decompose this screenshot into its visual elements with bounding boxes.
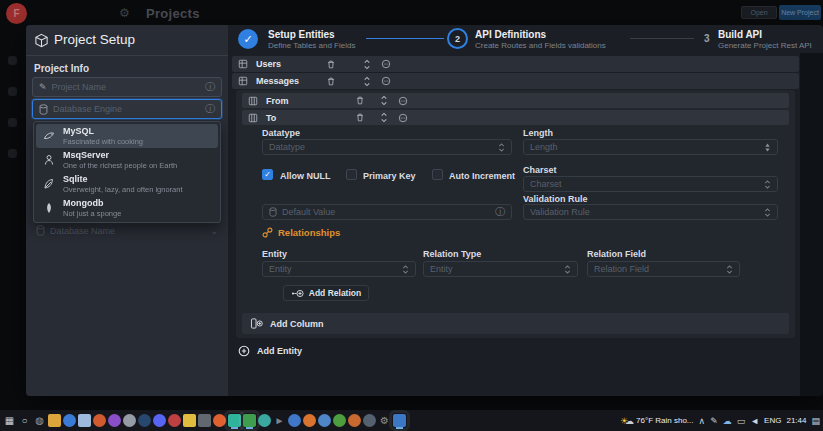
more-options-icon[interactable] xyxy=(398,96,408,106)
validation-rule-select[interactable]: Validation Rule xyxy=(523,204,778,220)
action-center-icon[interactable]: ▤ xyxy=(811,416,820,426)
app-icon-13[interactable]: ► xyxy=(273,414,286,427)
more-options-icon[interactable] xyxy=(398,113,408,123)
app-icon-9[interactable] xyxy=(183,414,196,427)
gear-icon[interactable]: ⚙ xyxy=(119,6,130,20)
app-icon-8[interactable] xyxy=(168,414,181,427)
search-icon[interactable]: ○ xyxy=(18,414,31,427)
step-3-number[interactable]: 3 xyxy=(704,33,710,44)
avatar[interactable]: F xyxy=(6,3,27,24)
app-icon-2[interactable] xyxy=(78,414,91,427)
auto-increment-checkbox[interactable] xyxy=(432,169,443,180)
file-explorer-icon[interactable] xyxy=(48,414,61,427)
allow-null-checkbox[interactable]: ✓ xyxy=(262,169,273,180)
sort-icon[interactable] xyxy=(363,59,371,70)
database-engine-field[interactable]: ⓘ xyxy=(32,99,222,119)
sort-icon[interactable] xyxy=(363,76,371,87)
number-spinner-icon[interactable] xyxy=(764,142,771,153)
engine-option-mysql[interactable]: MySQL Fascinated with cooking xyxy=(36,124,218,148)
modal-title: Project Setup xyxy=(54,32,135,47)
database-name-select[interactable]: Database Name ⌄ xyxy=(36,225,218,236)
app-icon-17[interactable] xyxy=(333,414,346,427)
add-relation-label: Add Relation xyxy=(309,288,361,298)
language-indicator[interactable]: ENG xyxy=(764,416,781,425)
pen-icon[interactable]: ✎ xyxy=(710,416,718,426)
more-options-icon[interactable] xyxy=(381,76,391,86)
trash-icon[interactable] xyxy=(355,112,365,123)
engine-option-mongodb[interactable]: Mongodb Not just a sponge xyxy=(36,196,218,220)
cortana-icon[interactable]: ◍ xyxy=(33,414,46,427)
onedrive-cloud-icon[interactable]: ☁ xyxy=(723,416,732,426)
app-icon-16[interactable] xyxy=(318,414,331,427)
primary-key-checkbox[interactable] xyxy=(346,169,357,180)
app-icon-11[interactable] xyxy=(213,414,226,427)
step-1-circle[interactable]: ✓ xyxy=(238,29,258,49)
relation-type-select[interactable]: Entity xyxy=(423,261,578,277)
database-icon xyxy=(269,207,277,217)
app-icon-12[interactable] xyxy=(258,414,271,427)
sort-icon[interactable] xyxy=(380,112,388,123)
charset-select[interactable]: Charset xyxy=(523,176,778,192)
datatype-select[interactable]: Datatype xyxy=(262,139,512,155)
entity-row-messages[interactable]: Messages xyxy=(232,73,799,89)
trash-icon[interactable] xyxy=(326,76,336,87)
new-project-button[interactable]: New Project xyxy=(779,5,821,20)
entity-name: Messages xyxy=(256,76,793,86)
entity-row-users[interactable]: Users xyxy=(232,56,799,72)
app-icon-6[interactable] xyxy=(138,414,151,427)
trash-icon[interactable] xyxy=(326,59,336,70)
entity-select[interactable]: Entity xyxy=(262,261,416,277)
app-icon-1[interactable] xyxy=(63,414,76,427)
rail-icon-3[interactable] xyxy=(8,118,17,127)
rail-icon-4[interactable] xyxy=(8,149,17,158)
app-icon-14[interactable] xyxy=(288,414,301,427)
sort-icon[interactable] xyxy=(380,95,388,106)
engine-option-sqlite[interactable]: Sqlite Overweight, lazy, and often ignor… xyxy=(36,172,218,196)
display-icon[interactable]: ▭ xyxy=(737,416,746,426)
app-icon-7[interactable] xyxy=(153,414,166,427)
app-icon-3[interactable] xyxy=(93,414,106,427)
info-icon[interactable]: ⓘ xyxy=(205,82,215,92)
rail-icon-1[interactable] xyxy=(8,56,17,65)
app-icon-10[interactable] xyxy=(198,414,211,427)
project-name-field[interactable]: ✎ ⓘ xyxy=(32,77,222,97)
app-icon-active-teal[interactable] xyxy=(228,414,241,427)
chevron-up-icon[interactable]: ∧ xyxy=(699,416,706,426)
relation-field-select[interactable]: Relation Field xyxy=(587,261,740,277)
open-button-label: Open xyxy=(750,9,767,16)
database-engine-input[interactable] xyxy=(53,104,200,114)
datatype-label: Datatype xyxy=(262,128,300,138)
app-icon-5[interactable] xyxy=(123,414,136,427)
add-relation-button[interactable]: Add Relation xyxy=(283,285,369,301)
app-icon-15[interactable] xyxy=(303,414,316,427)
field-row-to[interactable]: To xyxy=(242,110,789,125)
select-chevrons-icon xyxy=(564,264,571,275)
app-icon-19[interactable] xyxy=(363,414,376,427)
photos-icon[interactable] xyxy=(393,414,406,427)
engine-desc: Overweight, lazy, and often ignorant xyxy=(63,185,183,194)
volume-icon[interactable]: ◄ xyxy=(750,416,759,426)
info-icon[interactable]: ⓘ xyxy=(495,207,505,217)
avatar-initial: F xyxy=(13,8,19,19)
app-icon-18[interactable] xyxy=(348,414,361,427)
rail-icon-2[interactable] xyxy=(8,87,17,96)
length-input[interactable]: Length xyxy=(523,139,778,155)
add-column-button[interactable]: Add Column xyxy=(242,313,789,334)
info-icon[interactable]: ⓘ xyxy=(205,104,215,114)
more-options-icon[interactable] xyxy=(381,59,391,69)
field-row-from[interactable]: From xyxy=(242,93,789,108)
app-icon-4[interactable] xyxy=(108,414,121,427)
trash-icon[interactable] xyxy=(355,95,365,106)
open-button[interactable]: Open xyxy=(741,6,777,19)
add-entity-button[interactable]: Add Entity xyxy=(238,345,302,357)
select-chevrons-icon xyxy=(764,179,771,190)
project-name-input[interactable] xyxy=(52,82,200,92)
app-icon-active-green[interactable] xyxy=(243,414,256,427)
engine-option-msqserver[interactable]: MsqServer One of the richest people on E… xyxy=(36,148,218,172)
start-icon[interactable]: ▦ xyxy=(3,414,16,427)
weather-widget[interactable]: ☀☁ 76°F Rain sho... xyxy=(620,416,694,426)
step-2-circle[interactable]: 2 xyxy=(447,28,468,49)
clock[interactable]: 21:44 xyxy=(786,416,806,425)
settings-gear-icon[interactable]: ⚙ xyxy=(378,414,391,427)
default-value-input[interactable]: Default Value ⓘ xyxy=(262,204,512,220)
